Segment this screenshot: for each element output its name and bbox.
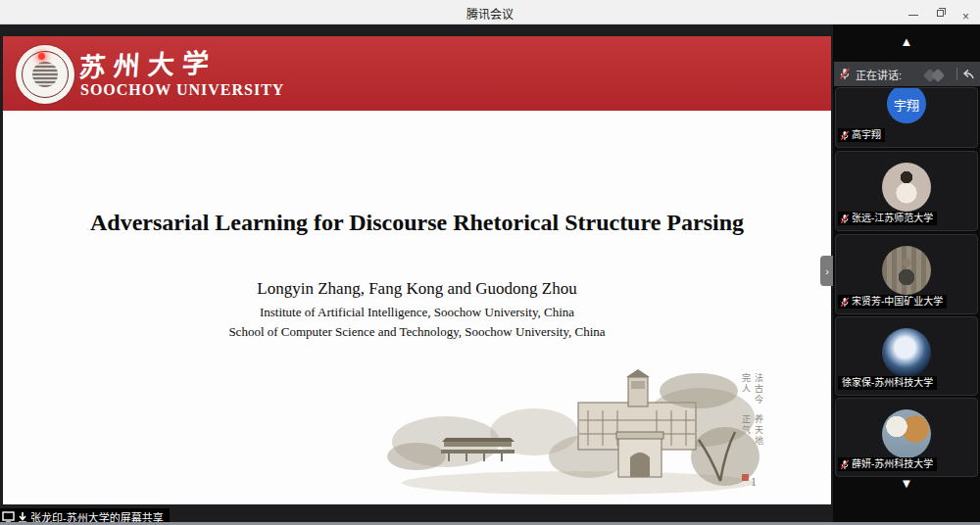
mic-muted-icon (840, 130, 850, 141)
triangle-up-icon: ▲ (901, 34, 913, 49)
participant-name: 宋贤芳-中国矿业大学 (852, 295, 943, 309)
participant-name-tag: 徐家保-苏州科技大学 (838, 376, 937, 390)
participant-tile[interactable]: 薛妍-苏州科技大学 (835, 398, 978, 477)
mic-muted-icon (840, 459, 850, 470)
minimize-icon (908, 15, 918, 16)
divider (956, 68, 957, 80)
triangle-down-icon: ▼ (901, 476, 913, 491)
avatar (882, 409, 931, 458)
participant-name: 高宇翔 (852, 128, 881, 142)
participant-name-tag: 张远-江苏师范大学 (838, 212, 937, 225)
window-titlebar[interactable]: 腾讯会议 × (0, 0, 980, 24)
soochow-university-seal-logo (16, 45, 74, 104)
scroll-up-button[interactable]: ▲ (833, 35, 980, 48)
restore-icon (937, 10, 944, 17)
slide-affiliation-1: Institute of Artificial Intelligence, So… (3, 305, 831, 320)
red-seal-stamp (742, 474, 749, 481)
mic-muted-icon (840, 297, 850, 308)
university-name-chinese: 苏州大学 (77, 42, 218, 85)
participant-name-tag: 高宇翔 (838, 128, 885, 142)
tencent-meeting-window: 腾讯会议 × 苏州大学 SOOCHOW UNIVERSITY Adversari… (0, 0, 980, 525)
participant-name: 徐家保-苏州科技大学 (842, 376, 933, 390)
university-motto-calligraphy: 养天地正气 法古今完人 (740, 373, 765, 452)
avatar (882, 328, 931, 377)
chevron-right-icon: › (825, 265, 829, 277)
participant-tile[interactable]: 宇翔 高宇翔 (835, 87, 978, 148)
scroll-down-button[interactable]: ▼ (833, 477, 980, 490)
slide-header-banner: 苏州大学 SOOCHOW UNIVERSITY (3, 36, 831, 111)
maximize-button[interactable] (935, 7, 947, 19)
participant-tile[interactable]: 徐家保-苏州科技大学 (835, 316, 978, 396)
slide-authors: Longyin Zhang, Fang Kong and Guodong Zho… (3, 279, 831, 299)
presentation-slide: Adversarial Learning for Discourse Rheto… (3, 111, 831, 504)
minimize-button[interactable] (907, 7, 919, 19)
close-icon: × (962, 10, 969, 24)
sidebar-collapse-handle[interactable]: › (820, 256, 834, 286)
avatar (882, 163, 931, 212)
slide-page-number: 1 (751, 475, 757, 490)
window-title: 腾讯会议 (0, 5, 980, 22)
participant-tile[interactable]: 宋贤芳-中国矿业大学 (835, 234, 978, 314)
laser-pointer-dot (38, 53, 45, 60)
participant-name-tag: 宋贤芳-中国矿业大学 (838, 295, 947, 309)
avatar: 宇翔 (887, 87, 926, 123)
download-arrow-icon (18, 511, 27, 523)
motto-column-right: 养天地正气 (740, 414, 765, 452)
mic-muted-icon (840, 214, 850, 224)
back-arrow-icon[interactable] (962, 69, 975, 80)
participant-name: 张远-江苏师范大学 (852, 212, 933, 225)
university-name-english: SOOCHOW UNIVERSITY (80, 81, 284, 99)
slide-affiliation-2: School of Computer Science and Technolog… (3, 324, 831, 340)
motto-column-left: 法古今完人 (740, 373, 765, 410)
speaking-label: 正在讲话: (856, 67, 902, 82)
meeting-watermark-icon (922, 67, 952, 82)
slide-title: Adversarial Learning for Discourse Rheto… (3, 210, 831, 236)
participant-tile[interactable]: 张远-江苏师范大学 (835, 151, 978, 231)
close-button[interactable]: × (962, 7, 974, 19)
monitor-icon (2, 511, 15, 523)
mic-muted-icon (839, 68, 851, 80)
shared-screen-view: 苏州大学 SOOCHOW UNIVERSITY Adversarial Lear… (0, 24, 833, 523)
participant-name: 薛妍-苏州科技大学 (852, 457, 933, 471)
avatar (882, 246, 931, 295)
speaking-indicator-bar: 正在讲话: (834, 62, 980, 86)
participants-sidebar: ▲ 正在讲话: 宇翔 (833, 24, 980, 525)
campus-ink-painting (387, 363, 769, 499)
participant-name-tag: 薛妍-苏州科技大学 (838, 457, 937, 471)
